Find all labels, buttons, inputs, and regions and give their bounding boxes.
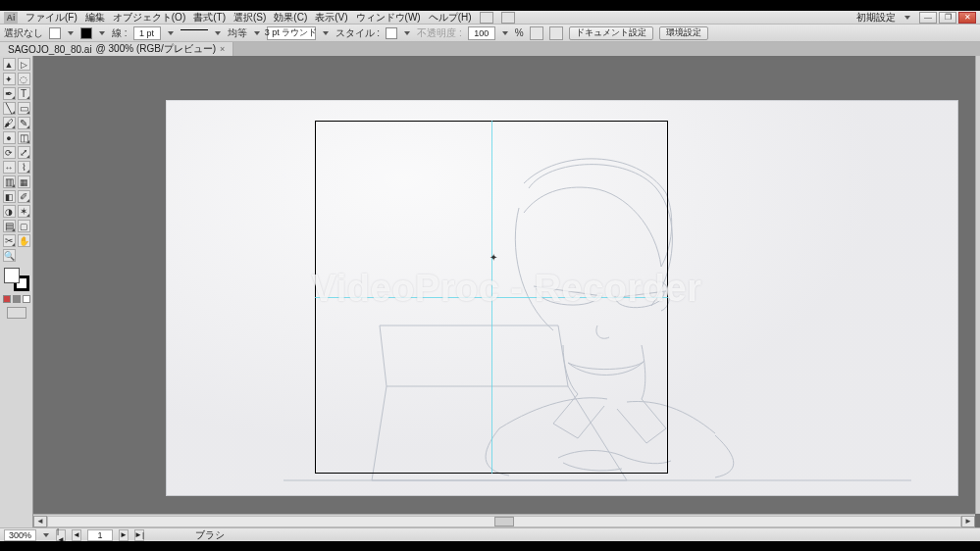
mesh-tool[interactable]: ▦ (18, 175, 30, 188)
toolbox: ▲ ▷ ✦ ◌ ✒ T ╲ ▭ 🖌 ✎ ● ◫ ⟳ ⤢ ↔ ⌇ ▥ ▦ ◧ ✐ (0, 56, 33, 527)
selection-status: 選択なし (4, 26, 43, 40)
width-tool[interactable]: ↔ (3, 161, 16, 174)
graph-tool[interactable]: ▤ (3, 220, 16, 232)
zoom-field[interactable]: 300% (4, 529, 36, 541)
stroke-dropdown-icon[interactable] (98, 29, 106, 37)
hand-tool[interactable]: ✋ (18, 234, 30, 247)
brush-definition-field[interactable]: 3 pt ラウンド (267, 26, 316, 40)
scroll-left-button[interactable]: ◄ (33, 516, 47, 527)
workspace-dropdown-icon[interactable] (903, 14, 911, 22)
window-controls: ― ❐ ✕ (919, 12, 976, 24)
brush-tool[interactable]: 🖌 (3, 117, 16, 129)
menubar: Ai ファイル(F) 編集 オブジェクト(O) 書式(T) 選択(S) 効果(C… (0, 11, 980, 25)
menu-type[interactable]: 書式(T) (193, 11, 226, 25)
scroll-thumb[interactable] (494, 517, 514, 526)
recolor-icon[interactable] (530, 26, 543, 40)
document-tab[interactable]: SAGOJO_80_80.ai @ 300% (RGB/プレビュー) × (0, 42, 233, 56)
artboard-nav-field[interactable]: 1 (87, 529, 113, 541)
rotate-tool[interactable]: ⟳ (3, 146, 16, 159)
menu-file[interactable]: ファイル(F) (26, 11, 77, 25)
scroll-track[interactable] (47, 516, 961, 527)
menu-effect[interactable]: 効果(C) (274, 11, 307, 25)
current-tool-label: ブラシ (195, 528, 225, 542)
maximize-button[interactable]: ❐ (939, 12, 956, 24)
collapsed-panels-dock[interactable] (975, 56, 980, 514)
close-button[interactable]: ✕ (958, 12, 976, 24)
symbol-sprayer-tool[interactable]: ✶ (18, 205, 30, 218)
menu-help[interactable]: ヘルプ(H) (429, 11, 472, 25)
tab-filename: SAGOJO_80_80.ai (8, 44, 92, 55)
color-mode-gradient-icon[interactable] (13, 295, 21, 303)
type-tool[interactable]: T (18, 87, 30, 100)
brush-dropdown-icon[interactable] (322, 29, 330, 37)
screen-mode-button[interactable] (7, 307, 26, 319)
workspace: ▲ ▷ ✦ ◌ ✒ T ╲ ▭ 🖌 ✎ ● ◫ ⟳ ⤢ ↔ ⌇ ▥ ▦ ◧ ✐ (0, 56, 980, 527)
menu-object[interactable]: オブジェクト(O) (113, 11, 185, 25)
tab-close-icon[interactable]: × (220, 44, 225, 54)
zoom-tool[interactable]: 🔍 (3, 249, 16, 262)
rectangle-tool[interactable]: ▭ (18, 102, 30, 115)
placed-image (166, 100, 958, 496)
arrange-icon[interactable] (501, 12, 515, 24)
stroke-style-preview[interactable] (181, 29, 208, 37)
minimize-button[interactable]: ― (919, 12, 937, 24)
menu-select[interactable]: 選択(S) (233, 11, 266, 25)
blob-brush-tool[interactable]: ● (3, 131, 16, 144)
blend-tool[interactable]: ◑ (3, 205, 16, 218)
scale-tool[interactable]: ⤢ (18, 146, 30, 159)
menu-edit[interactable]: 編集 (85, 11, 105, 25)
preferences-button[interactable]: 環境設定 (659, 26, 708, 40)
magic-wand-tool[interactable]: ✦ (3, 73, 16, 85)
artboard-first-button[interactable]: |◄ (56, 529, 66, 541)
color-mode-solid-icon[interactable] (3, 295, 11, 303)
lasso-tool[interactable]: ◌ (18, 73, 30, 85)
pen-tool[interactable]: ✒ (3, 87, 16, 100)
document-tabbar: SAGOJO_80_80.ai @ 300% (RGB/プレビュー) × (0, 42, 980, 56)
status-bar: 300% |◄ ◄ 1 ► ►| ブラシ (0, 527, 980, 541)
stroke-weight-dropdown-icon[interactable] (167, 29, 175, 37)
selection-tool[interactable]: ▲ (3, 58, 16, 71)
layout-icon[interactable] (480, 12, 493, 24)
color-mode-row (3, 295, 30, 303)
eraser-tool[interactable]: ◫ (18, 131, 30, 144)
shape-builder-tool[interactable]: ▥ (3, 175, 16, 188)
zoom-dropdown-icon[interactable] (42, 531, 50, 539)
eyedropper-tool[interactable]: ✐ (18, 190, 30, 203)
stroke-style-dropdown-icon[interactable] (214, 29, 222, 37)
menu-window[interactable]: ウィンドウ(W) (356, 11, 421, 25)
fill-swatch[interactable] (49, 27, 61, 39)
line-tool[interactable]: ╲ (3, 102, 16, 115)
profile-label: 均等 (228, 26, 247, 40)
document-setup-button[interactable]: ドキュメント設定 (569, 26, 653, 40)
fill-stroke-picker[interactable] (4, 268, 29, 291)
graphic-style-swatch[interactable] (386, 27, 397, 39)
slice-tool[interactable]: ✂ (3, 234, 16, 247)
horizontal-scrollbar: ◄ ► (33, 514, 975, 527)
stroke-weight-field[interactable]: 1 pt (133, 26, 161, 40)
canvas[interactable]: ✦ VideoProc - Recorder (33, 56, 980, 527)
opacity-dropdown-icon[interactable] (501, 29, 509, 37)
direct-selection-tool[interactable]: ▷ (18, 58, 30, 71)
artboard-tool[interactable]: ▢ (18, 220, 30, 232)
align-icon[interactable] (549, 26, 563, 40)
color-mode-none-icon[interactable] (23, 295, 30, 303)
percent-label: % (515, 27, 524, 38)
pencil-tool[interactable]: ✎ (18, 117, 30, 129)
warp-tool[interactable]: ⌇ (18, 161, 30, 174)
opacity-field[interactable]: 100 (468, 26, 495, 40)
fill-dropdown-icon[interactable] (67, 29, 75, 37)
style-dropdown-icon[interactable] (403, 29, 411, 37)
fill-color-icon[interactable] (4, 268, 20, 283)
tab-zoom-mode: @ 300% (RGB/プレビュー) (96, 42, 216, 56)
stroke-label: 線 : (112, 26, 128, 40)
menu-view[interactable]: 表示(V) (315, 11, 347, 25)
profile-dropdown-icon[interactable] (253, 29, 261, 37)
artboard-next-button[interactable]: ► (119, 529, 129, 541)
artboard-prev-button[interactable]: ◄ (72, 529, 81, 541)
stroke-swatch[interactable] (80, 27, 92, 39)
workspace-switcher[interactable]: 初期設定 (856, 11, 896, 25)
control-bar: 選択なし 線 : 1 pt 均等 3 pt ラウンド スタイル : 不透明度 :… (0, 25, 980, 42)
artboard-last-button[interactable]: ►| (134, 529, 144, 541)
scroll-right-button[interactable]: ► (961, 516, 975, 527)
gradient-tool[interactable]: ◧ (3, 190, 16, 203)
